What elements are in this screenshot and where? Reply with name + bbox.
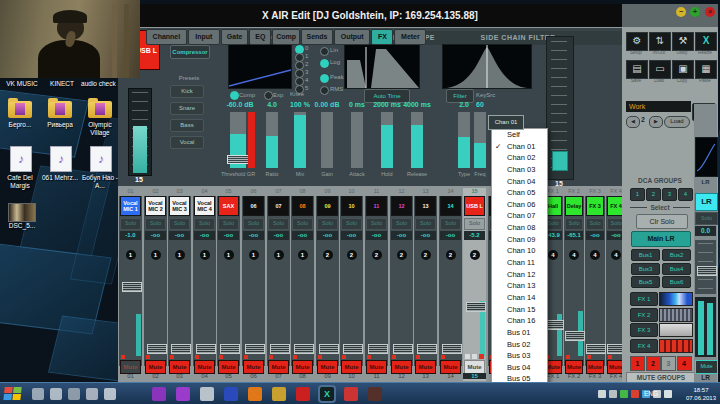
utility-icon[interactable]: ⚒	[672, 32, 694, 51]
app-icon-blue[interactable]	[224, 387, 238, 401]
fader-handle[interactable]	[294, 344, 314, 354]
strip-fader[interactable]	[366, 256, 387, 356]
param-fader[interactable]	[411, 112, 423, 168]
strip-scribble[interactable]: Vocal MIC 3	[169, 196, 190, 216]
env-shape-radio-lin[interactable]	[320, 47, 329, 56]
clear-solo-button[interactable]: Clr Solo	[636, 214, 688, 229]
pan-knob[interactable]: 2	[439, 243, 462, 254]
solo-button[interactable]: Solo	[415, 218, 436, 230]
strip-fader[interactable]	[194, 256, 215, 356]
bus-button-1[interactable]: Bus1	[631, 249, 660, 261]
lr-fader-handle[interactable]	[697, 266, 717, 276]
solo-button[interactable]: Solo	[218, 218, 239, 230]
mute-button[interactable]: Mute	[218, 360, 239, 374]
fader-handle[interactable]	[220, 344, 240, 354]
tab-output[interactable]: Output	[334, 29, 370, 45]
mute-button[interactable]: Mute	[366, 360, 387, 374]
pan-knob[interactable]: 2	[340, 243, 363, 254]
strip-scribble[interactable]: 09	[317, 196, 338, 216]
zoom-button[interactable]: +	[690, 7, 700, 17]
documents-icon[interactable]	[104, 388, 116, 400]
load-icon[interactable]: ▭	[649, 60, 671, 79]
tray-arrow-icon[interactable]	[598, 390, 606, 398]
fader-handle[interactable]	[586, 344, 606, 354]
strip-scribble[interactable]: 14	[440, 196, 461, 216]
bus-button-3[interactable]: Bus3	[631, 263, 660, 275]
tray-battery-icon[interactable]	[609, 390, 617, 398]
menu-item[interactable]: Chan 11	[492, 257, 547, 269]
app-icon-orange[interactable]	[248, 387, 262, 401]
fader-handle[interactable]	[368, 344, 388, 354]
fx-send-button-2[interactable]: FX 2	[630, 308, 658, 322]
app-icon-gold[interactable]	[272, 387, 286, 401]
pan-knob[interactable]: 1	[217, 243, 240, 254]
strip-scribble[interactable]: USB L	[464, 196, 485, 216]
taskbar-clock[interactable]: 18:57 07.06.2013	[686, 386, 716, 402]
strip-scribble[interactable]: 13	[415, 196, 436, 216]
solo-button[interactable]: Solo	[366, 218, 387, 230]
main-lr-button[interactable]: Main LR	[631, 231, 691, 247]
menu-item[interactable]: Chan 06	[492, 199, 547, 211]
fader-handle[interactable]	[147, 344, 167, 354]
pan-knob[interactable]: 1	[291, 243, 314, 254]
fader-handle[interactable]	[417, 344, 437, 354]
mute-button[interactable]: Mute	[145, 360, 166, 374]
fader-handle[interactable]	[245, 344, 265, 354]
solo-button[interactable]: Solo	[292, 218, 313, 230]
mail-icon[interactable]	[86, 388, 98, 400]
pan-knob[interactable]: 1	[119, 243, 142, 254]
menu-item[interactable]: Bus 01	[492, 327, 547, 339]
bus-button-6[interactable]: Bus6	[662, 276, 691, 288]
window-titlebar[interactable]: X AIR Edit [DJ Goldshtein, IP: 169.254.1…	[118, 4, 622, 27]
pan-knob[interactable]: 2	[316, 243, 339, 254]
strip-fader[interactable]	[145, 256, 166, 356]
strip-scribble[interactable]: Delay	[565, 196, 583, 216]
tab-fx[interactable]: FX	[371, 29, 393, 45]
strip-fader[interactable]	[391, 256, 412, 356]
strip-fader[interactable]	[440, 256, 461, 356]
folder-icon[interactable]	[88, 101, 112, 118]
mute-group-4[interactable]: 4	[677, 356, 692, 371]
mute-button[interactable]: Mute	[169, 360, 190, 374]
param-fader[interactable]	[381, 112, 393, 168]
preset-kick[interactable]: Kick	[170, 85, 204, 98]
xair-edit-icon[interactable]: X	[320, 387, 334, 401]
music-file-icon[interactable]: ♪	[50, 146, 72, 172]
preset-vocal[interactable]: Vocal	[170, 136, 204, 149]
strip-fader[interactable]	[464, 256, 485, 356]
menu-item[interactable]: Chan 05	[492, 187, 547, 199]
strip-scribble[interactable]: Vocal MIC 1	[120, 196, 141, 216]
pan-knob[interactable]: 1	[144, 243, 167, 254]
solo-button[interactable]: Solo	[464, 218, 485, 230]
pan-knob[interactable]: 1	[193, 243, 216, 254]
channel-big-fader[interactable]	[546, 36, 574, 180]
fader-handle[interactable]	[270, 344, 290, 354]
strip-fader[interactable]	[341, 256, 362, 356]
mute-button[interactable]: Mute	[292, 360, 313, 374]
voicemeeter-icon[interactable]	[296, 387, 310, 401]
pan-knob[interactable]: 1	[267, 243, 290, 254]
mute-group-3[interactable]: 3	[661, 356, 676, 371]
param-fader[interactable]	[266, 112, 278, 168]
env-detector-radio-peak[interactable]	[320, 74, 329, 83]
minimize-button[interactable]: −	[676, 7, 686, 17]
tab-sends[interactable]: Sends	[301, 29, 333, 45]
menu-item[interactable]: Chan 02	[492, 152, 547, 164]
fader-handle[interactable]	[171, 344, 191, 354]
solo-button[interactable]: Solo	[243, 218, 264, 230]
solo-button[interactable]: Solo	[169, 218, 190, 230]
lr-fader[interactable]	[695, 240, 716, 294]
folder-icon[interactable]	[8, 101, 32, 118]
menu-item[interactable]: Chan 15	[492, 304, 547, 316]
tab-channel[interactable]: Channel	[146, 29, 187, 45]
pan-knob[interactable]: 2	[390, 243, 413, 254]
mute-button[interactable]: Mute	[268, 360, 289, 374]
strip-scribble[interactable]: Vocal MIC 4	[194, 196, 215, 216]
strip-fader[interactable]	[586, 256, 604, 356]
menu-item[interactable]: Bus 04	[492, 362, 547, 374]
fx-send-button-1[interactable]: FX 1	[630, 292, 658, 306]
menu-item[interactable]: Chan 01✓	[492, 141, 547, 153]
menu-item[interactable]: Self	[492, 129, 547, 141]
mute-button[interactable]: Mute	[243, 360, 264, 374]
dca-button-4[interactable]: 4	[678, 188, 693, 201]
